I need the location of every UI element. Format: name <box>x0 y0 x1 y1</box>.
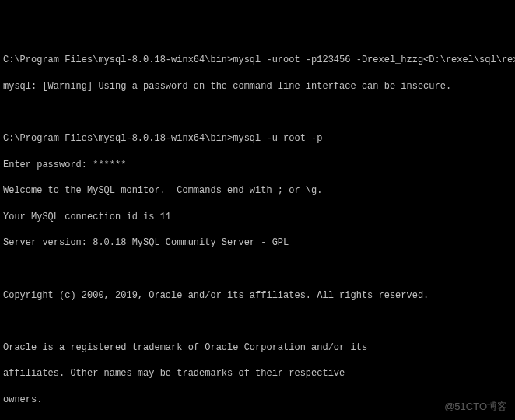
server-ver-line: Server version: 8.0.18 MySQL Community S… <box>3 236 512 250</box>
trademark-line: owners. <box>3 394 512 407</box>
cmd-line-1: C:\Program Files\mysql-8.0.18-winx64\bin… <box>3 54 512 67</box>
conn-id-line: Your MySQL connection id is 11 <box>3 211 512 224</box>
trademark-line: affiliates. Other names may be trademark… <box>3 367 512 380</box>
cmd-line-2: C:\Program Files\mysql-8.0.18-winx64\bin… <box>3 132 512 145</box>
watermark: @51CTO博客 <box>444 400 507 414</box>
copyright-line: Copyright (c) 2000, 2019, Oracle and/or … <box>3 289 512 303</box>
prompt-path: C:\Program Files\mysql-8.0.18-winx64\bin… <box>3 54 233 65</box>
cmd-input[interactable]: mysql -uroot -p123456 -Drexel_hzzg<D:\re… <box>233 54 515 65</box>
warning-line: mysql: [Warning] Using a password on the… <box>3 80 512 93</box>
prompt-path: C:\Program Files\mysql-8.0.18-winx64\bin… <box>3 133 233 144</box>
blank <box>3 106 512 119</box>
blank <box>3 263 512 276</box>
welcome-line: Welcome to the MySQL monitor. Commands e… <box>3 184 512 198</box>
blank <box>3 315 512 328</box>
trademark-line: Oracle is a registered trademark of Orac… <box>3 341 512 355</box>
cmd-input[interactable]: mysql -u root -p <box>233 133 322 144</box>
password-line: Enter password: ****** <box>3 159 512 172</box>
